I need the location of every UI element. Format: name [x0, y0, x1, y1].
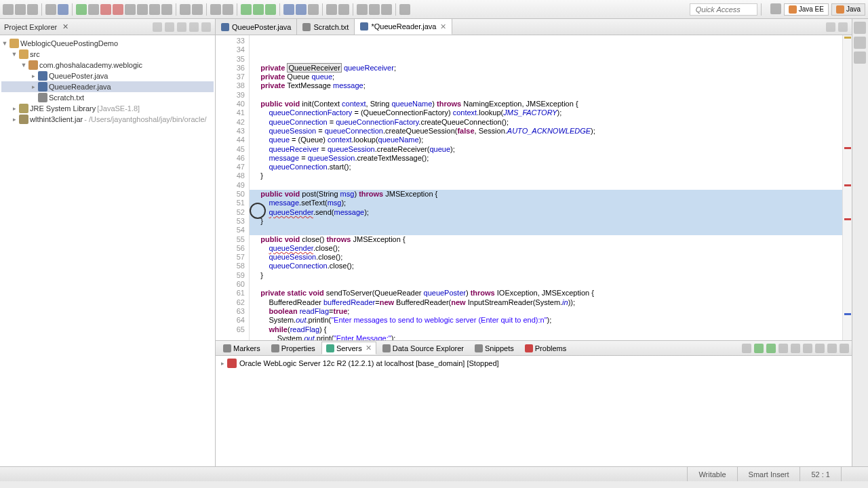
overview-marker-error[interactable] [844, 218, 851, 220]
minimize-icon[interactable] [826, 22, 835, 32]
run-icon[interactable] [253, 4, 264, 15]
btab-label: Snippets [485, 344, 514, 352]
panel-title: Project Explorer [4, 23, 57, 31]
collapse-all-icon[interactable] [153, 22, 162, 32]
save-all-icon[interactable] [27, 4, 38, 15]
maximize-icon[interactable] [840, 344, 849, 353]
server-debug-icon[interactable] [766, 344, 776, 353]
view-menu-icon[interactable] [815, 344, 825, 353]
tree-package[interactable]: ▼com.ghoshalacademy.weblogic [1, 60, 214, 70]
overview-ruler[interactable] [842, 35, 852, 340]
editor-tab[interactable]: Scratch.txt [297, 19, 355, 35]
perspective-javaee[interactable]: Java EE [784, 3, 829, 16]
minimize-icon[interactable] [827, 344, 837, 353]
build-icon[interactable] [222, 4, 233, 15]
stop-icon[interactable] [100, 4, 111, 15]
maximize-icon[interactable] [201, 22, 211, 32]
tree-file[interactable]: Scratch.txt [1, 92, 214, 103]
server-stop-icon[interactable] [791, 344, 800, 353]
overview-marker-info[interactable] [844, 313, 851, 315]
step-return-icon[interactable] [161, 4, 172, 15]
tab-markers[interactable]: Markers [218, 342, 265, 354]
new-icon[interactable] [3, 4, 14, 15]
code-editor[interactable]: 3334353637383940414243444546474849505152… [216, 35, 852, 340]
pause-icon[interactable] [88, 4, 99, 15]
wand-icon[interactable] [58, 4, 68, 15]
tab-problems[interactable]: Problems [520, 342, 571, 354]
new-project-icon[interactable] [283, 4, 294, 15]
overview-marker-error[interactable] [844, 147, 851, 149]
tree-file[interactable]: ▸QueuePoster.java [1, 70, 214, 81]
open-type-icon[interactable] [326, 4, 337, 15]
btab-label: Markers [233, 344, 260, 352]
tree-file-selected[interactable]: ▸QueueReader.java [1, 81, 214, 92]
pin-icon[interactable] [399, 4, 410, 15]
close-icon[interactable]: ✕ [62, 22, 68, 31]
tab-datasource[interactable]: Data Source Explorer [378, 342, 469, 354]
server-publish-icon[interactable] [803, 344, 812, 353]
tree-label: QueuePoster.java [49, 72, 108, 80]
java-file-icon [360, 22, 368, 30]
overview-marker-error[interactable] [844, 184, 851, 186]
save-icon[interactable] [15, 4, 26, 15]
tree-label: Scratch.txt [49, 94, 84, 102]
editor-tab-active[interactable]: *QueueReader.java✕ [355, 19, 452, 35]
tree-label: QueueReader.java [49, 83, 111, 91]
run-last-icon[interactable] [265, 4, 276, 15]
quick-access-input[interactable] [690, 3, 757, 16]
terminate-icon[interactable] [113, 4, 123, 15]
tab-snippets[interactable]: Snippets [470, 342, 519, 354]
perspective-label: Java EE [799, 5, 824, 13]
tree-src[interactable]: ▼src [1, 49, 214, 60]
server-new-icon[interactable] [742, 344, 751, 353]
tab-servers[interactable]: Servers✕ [321, 342, 376, 354]
close-icon[interactable]: ✕ [440, 22, 446, 31]
overview-marker-warn[interactable] [844, 37, 851, 39]
tab-properties[interactable]: Properties [267, 342, 320, 354]
tree-jre[interactable]: ▸JRE System Library[JavaSE-1.8] [1, 103, 214, 114]
separator [176, 3, 176, 16]
drop-frame-icon[interactable] [180, 4, 191, 15]
new-package-icon[interactable] [296, 4, 307, 15]
tree-label-dim: [JavaSE-1.8] [97, 104, 140, 113]
nav-back-icon[interactable] [369, 4, 380, 15]
server-row[interactable]: ▸ Oracle WebLogic Server 12c R2 (12.2.1)… [221, 359, 846, 368]
tab-label: Scratch.txt [313, 23, 349, 31]
nav-fwd-icon[interactable] [381, 4, 392, 15]
btab-label: Servers [336, 344, 362, 352]
toggle-icon[interactable] [45, 4, 56, 15]
server-start-icon[interactable] [754, 344, 764, 353]
java-icon [836, 5, 844, 14]
code-content[interactable]: private QueueReceiver queueReceiver; pri… [250, 35, 842, 340]
outline-icon[interactable] [854, 37, 866, 49]
debug-icon[interactable] [241, 4, 252, 15]
step-into-icon[interactable] [137, 4, 148, 15]
use-step-filter-icon[interactable] [192, 4, 203, 15]
expand-arrow-icon[interactable]: ▸ [221, 360, 224, 367]
tasklist-icon[interactable] [854, 52, 866, 64]
minimize-icon[interactable] [189, 22, 199, 32]
btab-label: Properties [281, 344, 315, 352]
new-server-icon[interactable] [210, 4, 221, 15]
resume-icon[interactable] [76, 4, 87, 15]
disconnect-icon[interactable] [125, 4, 136, 15]
maximize-icon[interactable] [838, 22, 848, 32]
annotation-icon[interactable] [357, 4, 368, 15]
editor-tab[interactable]: QueuePoster.java [216, 19, 297, 35]
tree-project[interactable]: ▼WeblogicQueuePostingDemo [1, 38, 214, 49]
right-trim [852, 19, 868, 466]
search-icon[interactable] [338, 4, 349, 15]
tree-jar[interactable]: ▸wlthint3client.jar - /Users/jayantghosh… [1, 114, 214, 125]
txt-file-icon [38, 93, 47, 102]
new-class-icon[interactable] [308, 4, 319, 15]
close-icon[interactable]: ✕ [366, 344, 372, 352]
link-editor-icon[interactable] [165, 22, 174, 32]
markers-icon [223, 344, 231, 352]
step-over-icon[interactable] [149, 4, 160, 15]
view-menu-icon[interactable] [177, 22, 186, 32]
restore-icon[interactable] [854, 22, 866, 34]
open-perspective-icon[interactable] [770, 3, 781, 14]
perspective-label: Java [846, 5, 861, 13]
server-profile-icon[interactable] [778, 344, 788, 353]
perspective-java[interactable]: Java [831, 3, 865, 16]
